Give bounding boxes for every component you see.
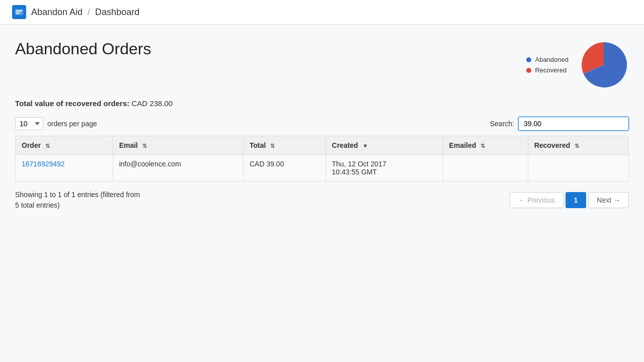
app-name: Abandon Aid [31,7,83,18]
cell-created: Thu, 12 Oct 201710:43:55 GMT [326,155,443,182]
col-emailed[interactable]: Emailed ⇅ [443,136,528,155]
recovered-dot [526,68,531,73]
pagination-buttons: ← Previous 1 Next → [510,192,629,208]
search-wrap: Search: [490,117,629,131]
page-1-button[interactable]: 1 [566,192,587,208]
controls-row: 10 25 50 100 orders per page Search: [15,117,629,131]
legend-abandoned: Abandoned [526,56,569,63]
pie-chart [579,40,629,90]
topbar: Abandon Aid / Dashboard [0,0,644,25]
cell-total: CAD 39.00 [243,155,326,182]
cell-emailed [443,155,528,182]
title-area: Abandoned Orders [15,40,151,58]
cell-email: info@coolence.com [113,155,243,182]
app-logo [12,5,26,19]
sort-emailed-icon: ⇅ [480,143,485,149]
next-button[interactable]: Next → [588,192,629,208]
abandoned-dot [526,57,531,62]
col-email[interactable]: Email ⇅ [113,136,243,155]
orders-table: Order ⇅ Email ⇅ Total ⇅ Created ▼ Emaile… [15,136,629,182]
sort-order-icon: ⇅ [45,143,50,149]
breadcrumb-separator: / [88,7,90,18]
previous-button[interactable]: ← Previous [510,192,563,208]
chart-area: Abandoned Recovered [526,40,629,90]
col-total[interactable]: Total ⇅ [243,136,326,155]
sort-recovered-icon: ⇅ [575,143,579,149]
total-label: Total value of recovered orders: [15,99,129,108]
page-title: Abandoned Orders [15,40,151,58]
breadcrumb-page: Dashboard [95,7,139,18]
per-page-label: orders per page [47,120,97,128]
search-input[interactable] [518,117,629,131]
sort-created-icon: ▼ [363,143,368,149]
table-row: 16716929492 info@coolence.com CAD 39.00 … [16,155,629,182]
legend-recovered: Recovered [526,66,569,74]
sort-email-icon: ⇅ [142,143,147,149]
search-label: Search: [490,120,514,128]
chart-legend: Abandoned Recovered [526,56,569,74]
col-recovered[interactable]: Recovered ⇅ [528,136,628,155]
per-page-select[interactable]: 10 25 50 100 [15,117,43,130]
sort-total-icon: ⇅ [270,143,275,149]
col-created[interactable]: Created ▼ [326,136,443,155]
abandoned-label: Abandoned [535,56,569,63]
table-header-row: Order ⇅ Email ⇅ Total ⇅ Created ▼ Emaile… [16,136,629,155]
cell-order: 16716929492 [16,155,113,182]
order-link[interactable]: 16716929492 [22,160,65,168]
recovered-label: Recovered [535,66,567,74]
col-order[interactable]: Order ⇅ [16,136,113,155]
page-header: Abandoned Orders Abandoned Recovered [15,40,629,90]
showing-text: Showing 1 to 1 of 1 entries (filtered fr… [15,190,140,211]
main-content: Abandoned Orders Abandoned Recovered [0,25,644,221]
total-value-row: Total value of recovered orders: CAD 238… [15,99,629,108]
total-amount: CAD 238.00 [131,99,173,108]
cell-recovered [528,155,628,182]
pagination-row: Showing 1 to 1 of 1 entries (filtered fr… [15,190,629,211]
per-page-wrap: 10 25 50 100 orders per page [15,117,97,130]
